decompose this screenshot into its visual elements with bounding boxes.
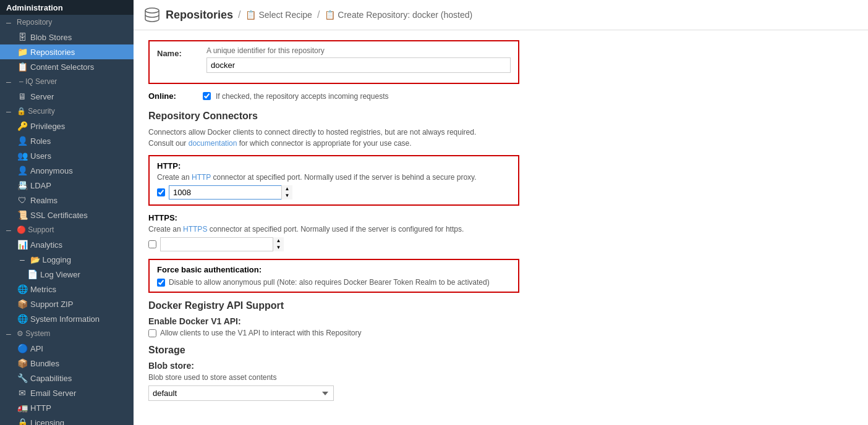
online-row: Online: If checked, the repository accep…: [148, 91, 853, 101]
sidebar-item-support-zip[interactable]: 📦 Support ZIP: [0, 297, 134, 311]
form-area: Name: A unique identifier for this repos…: [134, 30, 868, 411]
sidebar-label: LDAP: [30, 181, 51, 190]
name-field-box: Name: A unique identifier for this repos…: [148, 40, 519, 84]
force-auth-hint: Disable to allow anonymous pull (Note: a…: [169, 278, 490, 287]
https-port-input[interactable]: [160, 237, 284, 251]
svg-point-0: [145, 8, 159, 13]
sidebar-item-metrics[interactable]: 🌐 Metrics: [0, 282, 134, 297]
blob-stores-icon: 🗄: [17, 32, 27, 42]
sidebar-item-ssl-certificates[interactable]: 📜 SSL Certificates: [0, 208, 134, 222]
enable-v1-title: Enable Docker V1 API:: [148, 316, 853, 326]
https-port-row: ▲ ▼: [148, 237, 519, 251]
sidebar-item-repositories[interactable]: 📁 Repositories: [0, 44, 134, 59]
repo-connectors-desc: Connectors allow Docker clients to conne…: [148, 127, 495, 149]
sidebar-item-privileges[interactable]: 🔑 Privileges: [0, 119, 134, 133]
sidebar-item-realms[interactable]: 🛡 Realms: [0, 193, 134, 208]
repo-connectors-title: Repository Connectors: [148, 111, 853, 122]
sidebar-label: Server: [30, 92, 54, 101]
sidebar-group-support[interactable]: – 🔴 Support: [0, 222, 134, 237]
sidebar-item-capabilities[interactable]: 🔧 Capabilities: [0, 371, 134, 385]
sidebar-label: Email Server: [30, 389, 76, 398]
enable-v1-hint: Allow clients to use the V1 API to inter…: [160, 329, 362, 337]
documentation-link[interactable]: documentation: [189, 139, 237, 148]
storage-title: Storage: [148, 345, 853, 356]
sidebar-label: Analytics: [30, 240, 62, 250]
sidebar-item-users[interactable]: 👥 Users: [0, 148, 134, 163]
sidebar-item-logging[interactable]: – 📂 Logging: [0, 252, 134, 267]
collapse-icon: –: [4, 17, 14, 27]
http-hint: Create an HTTP connector at specified po…: [157, 173, 511, 182]
https-hint-text2: connector at specified port. Normally us…: [210, 225, 464, 234]
https-checkbox[interactable]: [148, 240, 156, 248]
sidebar-label: Log Viewer: [40, 270, 80, 279]
sidebar-group-security[interactable]: – 🔒 Security: [0, 104, 134, 119]
https-hint-text1: Create an: [148, 225, 183, 234]
sidebar-item-content-selectors[interactable]: 📋 Content Selectors: [0, 59, 134, 74]
sidebar-group-repository[interactable]: – Repository: [0, 15, 134, 30]
breadcrumb-step2[interactable]: 📋 Select Recipe: [245, 10, 312, 20]
logging-icon: –: [17, 255, 27, 264]
sidebar-group-system[interactable]: – ⚙ System: [0, 326, 134, 341]
sidebar-header: Administration: [0, 0, 134, 15]
https-spinner-buttons[interactable]: ▲ ▼: [273, 237, 284, 251]
sidebar-label: Repositories: [30, 48, 75, 57]
http-spinner-buttons[interactable]: ▲ ▼: [281, 185, 292, 200]
sidebar-label: API: [30, 344, 43, 353]
http-port-input[interactable]: [169, 185, 292, 200]
http-link[interactable]: HTTP: [192, 173, 211, 182]
https-link[interactable]: HTTPS: [183, 225, 207, 234]
sidebar-item-email-server[interactable]: ✉ Email Server: [0, 385, 134, 400]
security-group-label: 🔒 Security: [17, 107, 55, 116]
sidebar-item-ldap[interactable]: 📇 LDAP: [0, 178, 134, 193]
sidebar-item-api[interactable]: 🔵 API: [0, 341, 134, 356]
sidebar-label: System Information: [30, 314, 100, 324]
collapse-icon: –: [4, 329, 14, 339]
users-icon: 👥: [17, 151, 27, 161]
ldap-icon: 📇: [17, 180, 27, 190]
name-value-container: A unique identifier for this repository: [206, 46, 511, 73]
sidebar-label: Roles: [30, 137, 51, 146]
online-checkbox[interactable]: [203, 92, 211, 100]
http-port-wrapper: ▲ ▼: [169, 185, 292, 200]
roles-icon: 👤: [17, 136, 27, 146]
http-hint-text2: connector at specified port. Normally us…: [213, 173, 477, 182]
enable-v1-section: Enable Docker V1 API: Allow clients to u…: [148, 316, 853, 337]
sidebar-item-http[interactable]: 🚛 HTTP: [0, 400, 134, 415]
breadcrumb-sep2: /: [317, 9, 320, 20]
https-port-down[interactable]: ▼: [273, 245, 284, 252]
http-hint-text: Create an: [157, 173, 192, 182]
sidebar-item-roles[interactable]: 👤 Roles: [0, 133, 134, 148]
https-port-up[interactable]: ▲: [273, 237, 284, 245]
http-port-up[interactable]: ▲: [282, 185, 292, 193]
sidebar-item-bundles[interactable]: 📦 Bundles: [0, 356, 134, 371]
force-auth-box: Force basic authentication: Disable to a…: [148, 259, 519, 293]
force-auth-checkbox[interactable]: [157, 279, 165, 287]
http-connector-box: HTTP: Create an HTTP connector at specif…: [148, 155, 519, 206]
repositories-icon: 📁: [17, 47, 27, 57]
sidebar-group-iq-server[interactable]: – – IQ Server: [0, 74, 134, 89]
sidebar-item-licensing[interactable]: 🔒 Licensing: [0, 415, 134, 425]
sidebar-item-log-viewer[interactable]: 📄 Log Viewer: [0, 267, 134, 282]
anonymous-icon: 👤: [17, 166, 27, 175]
sidebar-item-system-information[interactable]: 🌐 System Information: [0, 311, 134, 326]
sidebar-item-blob-stores[interactable]: 🗄 Blob Stores: [0, 30, 134, 44]
sidebar-label: Content Selectors: [30, 62, 94, 72]
sidebar-label: SSL Certificates: [30, 211, 88, 220]
online-hint: If checked, the repository accepts incom…: [216, 92, 388, 101]
http-checkbox[interactable]: [157, 188, 165, 196]
http-port-down[interactable]: ▼: [282, 193, 292, 200]
sidebar-item-server[interactable]: 🖥 Server: [0, 89, 134, 104]
sidebar-item-anonymous[interactable]: 👤 Anonymous: [0, 163, 134, 178]
name-input[interactable]: [206, 57, 511, 73]
main-content: Repositories / 📋 Select Recipe / 📋 Creat…: [134, 0, 868, 425]
force-auth-row: Disable to allow anonymous pull (Note: a…: [157, 278, 511, 287]
blob-store-select[interactable]: default: [148, 385, 334, 401]
sidebar-label: Anonymous: [30, 166, 73, 175]
capabilities-icon: 🔧: [17, 373, 27, 383]
sidebar-label: Capabilities: [30, 374, 72, 383]
sidebar-item-analytics[interactable]: 📊 Analytics: [0, 237, 134, 252]
enable-v1-checkbox[interactable]: [148, 329, 156, 337]
sidebar-label: Privileges: [30, 122, 65, 131]
blob-store-section: Blob store: Blob store used to store ass…: [148, 361, 853, 401]
repository-group-label: Repository: [17, 18, 52, 27]
